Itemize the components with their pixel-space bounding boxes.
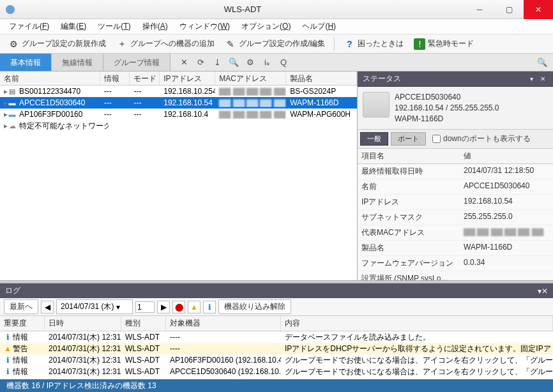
kv-key: 代表MACアドレス [358, 225, 460, 240]
log-warn-filter-icon[interactable]: ▲ [188, 301, 201, 313]
log-next-icon[interactable]: ▶ [157, 301, 170, 313]
log-row[interactable]: ℹ情報 2014/07/31(木) 12:31:58 WLS-ADT ---- … [0, 331, 553, 343]
col-ip[interactable]: IPアドレス [160, 72, 215, 85]
kv-key: 最終情報取得日時 [358, 164, 460, 179]
emergency-button[interactable]: ! 緊急時モード [410, 37, 478, 51]
log-row[interactable]: ▲警告 2014/07/31(木) 12:31:58 WLS-ADT ---- … [0, 343, 553, 354]
log-prev-icon[interactable]: ◀ [41, 301, 54, 313]
title-bar: WLS-ADT ─ ▢ ✕ [0, 0, 553, 19]
device-row[interactable]: ▸▬APCCE1D5030640 --- --- 192.168.10.54 ▇… [0, 97, 357, 109]
edit-group-label: グループ設定の作成/編集 [239, 38, 325, 49]
tab-basic[interactable]: 基本情報 [0, 54, 52, 71]
pencil-icon: ✎ [225, 38, 236, 50]
kv-row: 代表MACアドレス ▇▇ ▇▇ ▇▇ ▇▇ ▇▇ ▇▇ [358, 225, 553, 241]
logcol-date[interactable]: 日時 [45, 316, 121, 331]
device-icon: ▬ [8, 98, 17, 107]
device-row[interactable]: ▸▤BS001122334470 --- --- 192.168.10.254 … [0, 86, 357, 97]
log-filter-clear-button[interactable]: 機器絞り込み解除 [218, 299, 291, 314]
log-close-icon[interactable]: ✕ [542, 287, 548, 296]
device-row[interactable]: ▸▬AP106F3FD00160 --- --- 192.168.10.4 ▇▇… [0, 109, 357, 120]
log-error-filter-icon[interactable]: ⬤ [172, 301, 185, 313]
log-row[interactable]: ℹ情報 2014/07/31(木) 12:31:58 WLS-ADT AP106… [0, 354, 553, 366]
kv-key: 製品名 [358, 241, 460, 255]
plus-icon: ＋ [116, 38, 128, 50]
tool-icon-5[interactable]: ⚙ [243, 56, 257, 70]
menu-help[interactable]: ヘルプ(H) [297, 19, 341, 34]
col-prod[interactable]: 製品名 [286, 72, 357, 85]
log-date-field[interactable]: 2014/07/31 (木) ▾ [56, 299, 133, 314]
unknown-network-row[interactable]: ▸☁特定不可能なネットワーク [0, 120, 357, 132]
search-icon[interactable]: 🔍 [535, 56, 549, 70]
tool-icon-4[interactable]: 🔍 [227, 56, 241, 70]
kv-value: 2014/07/31 12:18:50 [460, 164, 553, 179]
panel-close-icon[interactable]: ✕ [538, 74, 548, 84]
emergency-label: 緊急時モード [428, 38, 474, 49]
add-device-button[interactable]: ＋ グループへの機器の追加 [112, 37, 218, 51]
minimize-button[interactable]: ─ [465, 0, 494, 19]
edit-group-button[interactable]: ✎ グループ設定の作成/編集 [221, 37, 329, 51]
status-summary: APCCE1D5030640 192.168.10.54 / 255.255.2… [358, 87, 553, 130]
log-row[interactable]: ℹ情報 2014/07/31(木) 12:31:58 WLS-ADT APCCE… [0, 366, 553, 377]
menu-option[interactable]: オプション(O) [236, 19, 296, 34]
kv-row: 設置場所 (SNMP sysLo... [358, 271, 553, 280]
device-info: APCCE1D5030640 192.168.10.54 / 255.255.2… [395, 92, 548, 124]
menu-operate[interactable]: 操作(A) [137, 19, 173, 34]
tool-icon-2[interactable]: ⟳ [193, 56, 208, 70]
add-device-label: グループへの機器の追加 [130, 38, 215, 49]
close-button[interactable]: ✕ [524, 0, 553, 19]
tool-icon-7[interactable]: Q [276, 56, 291, 70]
tool-icon-6[interactable]: iₒ [260, 56, 274, 70]
status-product: WAPM-1166D [395, 114, 548, 124]
menu-bar: ファイル(F) 編集(E) ツール(T) 操作(A) ウィンドウ(W) オプショ… [0, 19, 553, 34]
maximize-button[interactable]: ▢ [494, 0, 524, 19]
kv-col-val[interactable]: 値 [460, 149, 553, 163]
trouble-button[interactable]: ? 困ったときは [340, 37, 407, 51]
alert-icon: ! [414, 38, 425, 50]
device-image [363, 92, 390, 117]
menu-window[interactable]: ウィンドウ(W) [174, 19, 235, 34]
down-port-checkbox[interactable] [432, 135, 441, 143]
work-area: 名前 情報 モード IPアドレス MACアドレス 製品名 ▸▤BS0011223… [0, 72, 553, 280]
logcol-type[interactable]: 種別 [121, 316, 166, 331]
col-name[interactable]: 名前 [0, 72, 100, 85]
logcol-tgt[interactable]: 対象機器 [166, 316, 281, 331]
gear-icon: ⚙ [8, 38, 19, 50]
main-toolbar: ⚙ グループ設定の新規作成 ＋ グループへの機器の追加 ✎ グループ設定の作成/… [0, 34, 553, 54]
subtab-port[interactable]: ポート [391, 132, 426, 146]
kv-row: IPアドレス 192.168.10.54 [358, 195, 553, 210]
logcol-sev[interactable]: 重要度 [0, 316, 45, 331]
panel-pin-icon[interactable]: ▾ [526, 74, 536, 84]
kv-row: 製品名 WAPM-1166D [358, 241, 553, 256]
new-group-button[interactable]: ⚙ グループ設定の新規作成 [4, 37, 110, 51]
col-mode[interactable]: モード [130, 72, 160, 85]
menu-file[interactable]: ファイル(F) [4, 19, 54, 34]
status-bar-text: 機器数 16 / IPアドレス検出済みの機器数 13 [6, 381, 156, 391]
menu-edit[interactable]: 編集(E) [56, 19, 91, 34]
kv-value: 0.0.34 [460, 256, 553, 271]
kv-value: ▇▇ ▇▇ ▇▇ ▇▇ ▇▇ ▇▇ [460, 225, 553, 240]
col-info[interactable]: 情報 [100, 72, 130, 85]
device-list-panel: 名前 情報 モード IPアドレス MACアドレス 製品名 ▸▤BS0011223… [0, 72, 358, 280]
logcol-msg[interactable]: 内容 [281, 316, 553, 331]
log-rows: ℹ情報 2014/07/31(木) 12:31:58 WLS-ADT ---- … [0, 331, 553, 379]
subtab-general[interactable]: 一般 [360, 132, 388, 146]
device-icon: ▤ [8, 87, 17, 96]
tool-icon-1[interactable]: ✕ [177, 56, 191, 70]
menu-tool[interactable]: ツール(T) [93, 19, 135, 34]
col-mac[interactable]: MACアドレス [215, 72, 286, 85]
kv-row: 名前 APCCE1D5030640 [358, 179, 553, 195]
log-info-filter-icon[interactable]: ℹ [203, 301, 216, 313]
log-newest-button[interactable]: 最新へ [4, 299, 38, 314]
status-bar: 機器数 16 / IPアドレス検出済みの機器数 13 [0, 379, 553, 392]
down-port-checkbox-wrap[interactable]: downのポートも表示する [432, 133, 531, 144]
log-date-value: 2014/07/31 (木) [61, 301, 114, 312]
log-spin-input[interactable] [135, 301, 155, 313]
kv-key: 名前 [358, 179, 460, 194]
tool-icon-3[interactable]: ⤓ [210, 56, 224, 70]
tab-wireless[interactable]: 無線情報 [52, 54, 103, 71]
tab-group[interactable]: グループ情報 [103, 54, 170, 71]
cloud-icon: ☁ [8, 121, 17, 130]
device-rows: ▸▤BS001122334470 --- --- 192.168.10.254 … [0, 86, 357, 280]
down-port-label: downのポートも表示する [443, 133, 531, 144]
kv-col-key[interactable]: 項目名 [358, 149, 460, 163]
